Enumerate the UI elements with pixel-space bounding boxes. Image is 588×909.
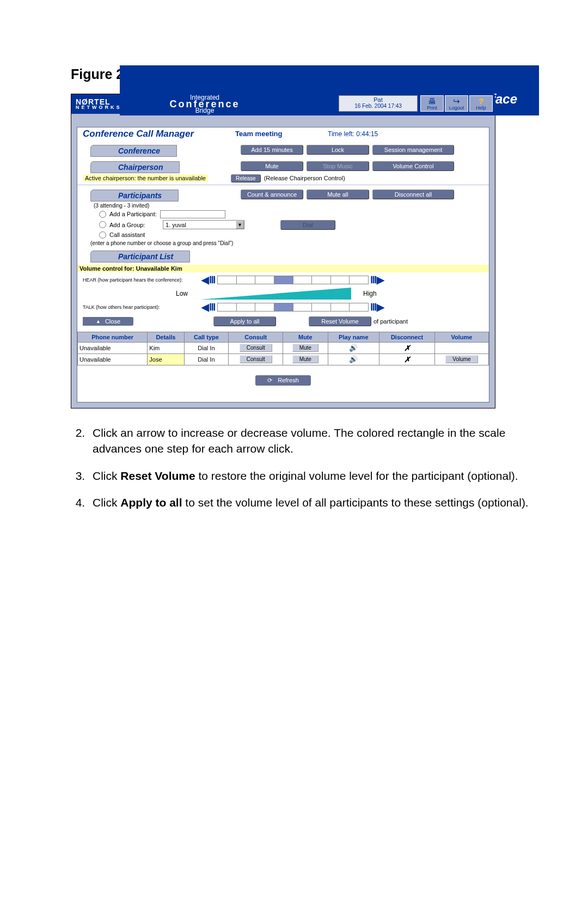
attending-note: (3 attending - 3 invited) [94, 203, 489, 209]
volume-row-button[interactable]: Volume [445, 355, 477, 363]
details-cell: Jose [148, 353, 184, 365]
consult-cell: Consult [229, 353, 283, 365]
dial-hint: (enter a phone number or choose a group … [90, 240, 489, 246]
time-left-label: Time left: 0:44:15 [328, 130, 378, 138]
mute-row-button[interactable]: Mute [292, 344, 318, 352]
screenshot-frame: NØRTEL NETWORKS Integrated Conference Br… [71, 94, 495, 408]
mute-button[interactable]: Mute [241, 161, 303, 171]
consult-button[interactable]: Consult [240, 344, 272, 352]
play-name-button[interactable]: 🔊 [349, 355, 358, 363]
playname-cell: 🔊 [328, 342, 379, 353]
table-header: Call type [184, 332, 229, 342]
instruction-item: Click Reset Volume to restore the origin… [88, 468, 539, 484]
hear-label: HEAR (how participant hears the conferen… [83, 277, 200, 283]
table-header: Consult [229, 332, 283, 342]
low-label: Low [83, 290, 200, 297]
close-arrow-icon: ▲ [96, 319, 101, 324]
volume-control-for: Volume control for: Unavailable Kim [77, 265, 489, 272]
volume-wedge [200, 288, 351, 300]
talk-decrease-arrow[interactable]: ◀Ⅲ [200, 301, 217, 313]
mute-all-button[interactable]: Mute all [307, 190, 369, 199]
volume-cell: Volume [434, 353, 488, 365]
help-icon: ? [479, 97, 483, 105]
dial-button[interactable]: Dial [280, 220, 335, 230]
add-participant-radio[interactable] [99, 211, 106, 218]
calltype-cell: Dial In [184, 342, 229, 353]
phone-cell: Unavailable [78, 342, 148, 353]
mute-cell: Mute [283, 353, 328, 365]
refresh-button[interactable]: ⟳ Refresh [255, 375, 311, 386]
logo-sub: NETWORKS [76, 105, 150, 110]
session-mgmt-button[interactable]: Session management [372, 145, 454, 155]
lock-button[interactable]: Lock [307, 145, 369, 155]
disconnect-all-button[interactable]: Disconnect all [372, 190, 454, 199]
add-group-radio[interactable] [99, 221, 106, 228]
table-row: UnavailableJoseDial InConsultMute🔊✗Volum… [78, 353, 489, 365]
user-info: Pat 16 Feb. 2004 17:43 [339, 95, 418, 112]
participant-list-tab: Participant List [90, 251, 190, 263]
table-header: Phone number [78, 332, 148, 342]
chairperson-tab: Chairperson [90, 161, 180, 173]
app-header: NØRTEL NETWORKS Integrated Conference Br… [71, 94, 495, 114]
user-name: Pat [339, 96, 417, 103]
call-assistant-radio[interactable] [99, 231, 106, 239]
participant-table: Phone numberDetailsCall typeConsultMuteP… [77, 332, 489, 365]
logo: NØRTEL NETWORKS [71, 97, 150, 110]
chevron-down-icon: ▼ [236, 221, 244, 229]
print-button[interactable]: 🖶Print [420, 95, 444, 112]
instruction-list: Click an arrow to increase or decrease v… [71, 425, 539, 511]
refresh-icon: ⟳ [267, 377, 272, 384]
active-chairperson-note: Active chairperson: the number is unavai… [83, 174, 208, 182]
of-participant-text: of participant [373, 318, 408, 325]
table-row: UnavailableKimDial InConsultMute🔊✗ [78, 342, 489, 353]
logout-button[interactable]: ↪Logout [445, 95, 468, 112]
playname-cell: 🔊 [328, 353, 379, 365]
participant-input[interactable] [160, 210, 225, 218]
table-header: Disconnect [379, 332, 435, 342]
talk-increase-arrow[interactable]: Ⅲ▶ [369, 301, 386, 313]
consult-cell: Consult [229, 342, 283, 353]
talk-scale [217, 303, 369, 312]
hear-decrease-arrow[interactable]: ◀Ⅲ [200, 274, 217, 286]
table-header: Play name [328, 332, 379, 342]
release-note: (Release Chairperson Control) [264, 175, 345, 181]
user-datetime: 16 Feb. 2004 17:43 [339, 103, 417, 109]
table-header: Details [148, 332, 184, 342]
play-name-button[interactable]: 🔊 [349, 344, 358, 352]
panel-header: Conference Call Manager Team meeting Tim… [77, 127, 489, 141]
consult-button[interactable]: Consult [240, 355, 272, 363]
main-panel: Conference Call Manager Team meeting Tim… [77, 127, 489, 402]
table-header: Volume [434, 332, 488, 342]
group-select[interactable]: 1. yuval▼ [163, 220, 244, 229]
count-announce-button[interactable]: Count & announce [241, 190, 303, 199]
instruction-item: Click Apply to all to set the volume lev… [88, 495, 539, 510]
participants-tab: Participants [90, 190, 179, 202]
high-label: High [363, 290, 377, 297]
instruction-item: Click an arrow to increase or decrease v… [88, 425, 539, 457]
phone-cell: Unavailable [78, 353, 148, 365]
release-button[interactable]: Release [231, 174, 261, 182]
time-left-value: 0:44:15 [356, 130, 378, 138]
disconnect-cell: ✗ [379, 342, 435, 353]
meeting-name: Team meeting [235, 130, 328, 138]
reset-volume-button[interactable]: Reset Volume [309, 316, 371, 326]
logout-icon: ↪ [453, 97, 460, 105]
hear-increase-arrow[interactable]: Ⅲ▶ [369, 274, 386, 286]
panel-title: Conference Call Manager [83, 129, 235, 139]
add-15-button[interactable]: Add 15 minutes [241, 145, 303, 155]
mute-cell: Mute [283, 342, 328, 353]
help-button[interactable]: ?Help [469, 95, 493, 112]
stop-music-button[interactable]: Stop Music [307, 161, 369, 171]
table-header: Mute [283, 332, 328, 342]
svg-marker-0 [200, 288, 351, 300]
volume-control-button[interactable]: Volume Control [372, 161, 454, 171]
mute-row-button[interactable]: Mute [292, 355, 318, 363]
product-name: Integrated Conference Bridge [150, 94, 259, 114]
disconnect-button[interactable]: ✗ [404, 355, 411, 364]
apply-to-all-button[interactable]: Apply to all [213, 316, 276, 326]
hear-scale [217, 276, 369, 284]
conference-tab: Conference [90, 145, 177, 157]
disconnect-button[interactable]: ✗ [404, 344, 411, 352]
add-group-label: Add a Group: [109, 222, 160, 228]
close-button[interactable]: ▲ Close [83, 317, 133, 326]
